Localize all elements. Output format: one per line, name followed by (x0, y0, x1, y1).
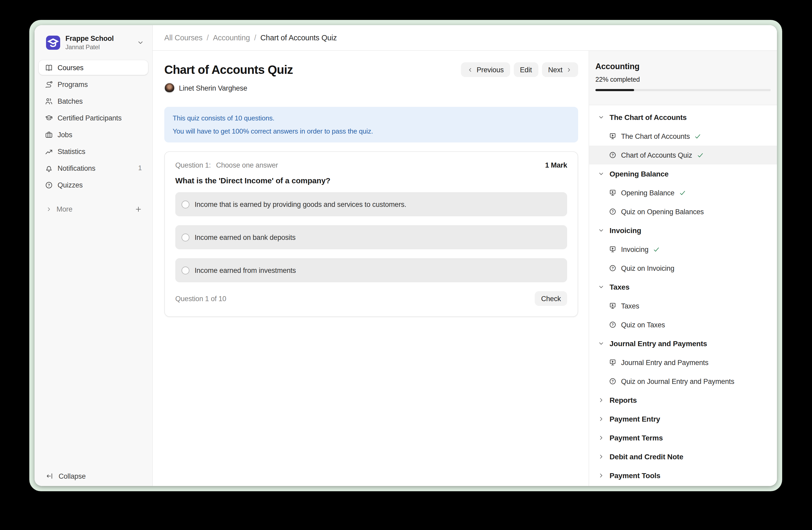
next-button[interactable]: Next (542, 62, 578, 77)
collapse-sidebar-button[interactable]: Collapse (34, 469, 152, 486)
title-row: Chart of Accounts Quiz Previous Edit (164, 62, 578, 77)
radio-button-icon[interactable] (182, 200, 189, 208)
outline-section-title: Opening Balance (610, 170, 669, 178)
outline-item-invoicing[interactable]: Invoicing (589, 240, 777, 259)
question-header: Question 1: Choose one answer 1 Mark (175, 161, 567, 169)
frappe-school-logo-icon (46, 36, 60, 50)
lesson-icon (609, 189, 616, 196)
check-icon (695, 133, 701, 140)
answer-option-1[interactable]: Income that is earned by providing goods… (175, 192, 567, 216)
outline-section-title: Payment Terms (610, 434, 663, 442)
course-progress-label: 22% completed (595, 75, 771, 84)
check-button[interactable]: Check (535, 291, 567, 306)
quiz-icon: ? (609, 321, 616, 329)
question-pagination: Question 1 of 10 (175, 295, 226, 303)
outline-item-chart-of-accounts-quiz[interactable]: ?Chart of Accounts Quiz (589, 145, 777, 165)
outline-item-label: Taxes (621, 302, 639, 310)
outline-item-quiz-on-invoicing[interactable]: ?Quiz on Invoicing (589, 259, 777, 278)
outline-section-debit-and-credit-note[interactable]: Debit and Credit Note (589, 447, 777, 466)
outline-section-opening-balance[interactable]: Opening Balance (589, 165, 777, 183)
radio-button-icon[interactable] (182, 266, 189, 274)
check-icon (697, 152, 704, 158)
outline-section-title: The Chart of Accounts (610, 113, 687, 122)
outline-item-label: Chart of Accounts Quiz (621, 151, 692, 159)
sidebar-item-quizzes[interactable]: ?Quizzes (39, 177, 148, 194)
breadcrumb-item-all-courses[interactable]: All Courses (164, 33, 202, 42)
outline-section-invoicing[interactable]: Invoicing (589, 221, 777, 240)
question-number-label: Question 1: (175, 161, 211, 169)
course-title: Accounting (595, 61, 771, 72)
edit-button[interactable]: Edit (514, 62, 538, 77)
outline-section-title: Invoicing (610, 226, 641, 235)
breadcrumb-item-accounting[interactable]: Accounting (213, 33, 250, 42)
outline-item-label: Invoicing (621, 245, 649, 253)
answer-option-3[interactable]: Income earned from investments (175, 258, 567, 282)
outline-item-opening-balance[interactable]: Opening Balance (589, 183, 777, 202)
chevron-right-icon (598, 454, 605, 460)
chevron-right-icon (566, 67, 572, 72)
radio-button-icon[interactable] (182, 233, 189, 241)
outline-item-quiz-on-taxes[interactable]: ?Quiz on Taxes (589, 315, 777, 334)
sidebar-item-jobs[interactable]: Jobs (39, 126, 148, 143)
outline-section-the-chart-of-accounts[interactable]: The Chart of Accounts (589, 108, 777, 127)
outline-item-quiz-on-opening-balances[interactable]: ?Quiz on Opening Balances (589, 202, 777, 221)
workspace-name: Frappe School (66, 34, 132, 43)
outline-section-reports[interactable]: Reports (589, 391, 777, 409)
outline-item-label: Opening Balance (621, 189, 675, 197)
outline-item-quiz-on-journal-entry-and-payments[interactable]: ?Quiz on Journal Entry and Payments (589, 372, 777, 391)
question-instruction: Choose one answer (216, 161, 278, 169)
outline-item-label: Quiz on Journal Entry and Payments (621, 377, 734, 385)
course-outline-list: The Chart of AccountsThe Chart of Accoun… (589, 105, 777, 486)
screen: Frappe School Jannat Patel CoursesProgra… (0, 0, 812, 530)
outline-section-payment-tools[interactable]: Payment Tools (589, 466, 777, 485)
workspace-switcher[interactable]: Frappe School Jannat Patel (34, 25, 152, 59)
chevron-right-icon (598, 435, 605, 441)
outline-item-label: Quiz on Invoicing (621, 264, 675, 272)
outline-section-title: Reports (610, 396, 637, 404)
route-icon (45, 81, 53, 88)
author-name: Linet Sherin Varghese (179, 84, 247, 92)
sidebar-nav: CoursesProgramsBatchesCertified Particip… (34, 59, 152, 194)
sidebar-item-batches[interactable]: Batches (39, 93, 148, 110)
answer-option-2[interactable]: Income earned on bank deposits (175, 225, 567, 249)
outline-item-taxes[interactable]: Taxes (589, 296, 777, 315)
outline-section-title: Journal Entry and Payments (610, 339, 707, 348)
outline-section-payment-entry[interactable]: Payment Entry (589, 409, 777, 428)
sidebar-item-courses[interactable]: Courses (39, 60, 148, 75)
outline-section-journal-entry-and-payments[interactable]: Journal Entry and Payments (589, 334, 777, 353)
outline-section-taxes[interactable]: Taxes (589, 278, 777, 296)
course-outline-panel: Accounting 22% completed The Chart of Ac… (589, 51, 777, 486)
previous-button[interactable]: Previous (461, 62, 510, 77)
answer-option-label: Income that is earned by providing goods… (194, 200, 406, 208)
bell-icon (45, 165, 53, 172)
chevron-down-icon (598, 227, 605, 234)
sidebar-item-programs[interactable]: Programs (39, 76, 148, 93)
sidebar-item-label: Jobs (58, 131, 72, 139)
chevron-left-icon (467, 67, 473, 72)
workspace-labels: Frappe School Jannat Patel (66, 34, 132, 51)
course-outline-header: Accounting 22% completed (589, 51, 777, 105)
chevron-down-icon (598, 340, 605, 347)
sidebar-item-label: Courses (58, 64, 84, 72)
sidebar-item-statistics[interactable]: Statistics (39, 143, 148, 160)
outline-item-the-chart-of-accounts[interactable]: The Chart of Accounts (589, 127, 777, 145)
outline-item-journal-entry-and-payments[interactable]: Journal Entry and Payments (589, 353, 777, 372)
chevron-down-icon[interactable] (137, 39, 144, 46)
sidebar-more[interactable]: More (34, 201, 152, 218)
check-icon (653, 246, 660, 253)
outline-section-title: Payment Entry (610, 415, 660, 423)
question-text: What is the 'Direct Income' of a company… (175, 176, 567, 185)
outline-item-label: Quiz on Opening Balances (621, 208, 704, 215)
lesson-icon (609, 132, 616, 140)
svg-text:?: ? (612, 209, 614, 214)
outline-section-payment-terms[interactable]: Payment Terms (589, 428, 777, 447)
question-footer: Question 1 of 10 Check (175, 291, 567, 306)
chevron-right-icon (598, 472, 605, 479)
chevron-down-icon (598, 171, 605, 177)
sidebar-item-certified-participants[interactable]: Certified Participants (39, 110, 148, 126)
quiz-icon: ? (609, 264, 616, 272)
plus-icon[interactable] (135, 206, 142, 213)
svg-text:?: ? (612, 153, 614, 157)
quiz-icon: ? (609, 151, 616, 159)
sidebar-item-notifications[interactable]: Notifications1 (39, 160, 148, 177)
